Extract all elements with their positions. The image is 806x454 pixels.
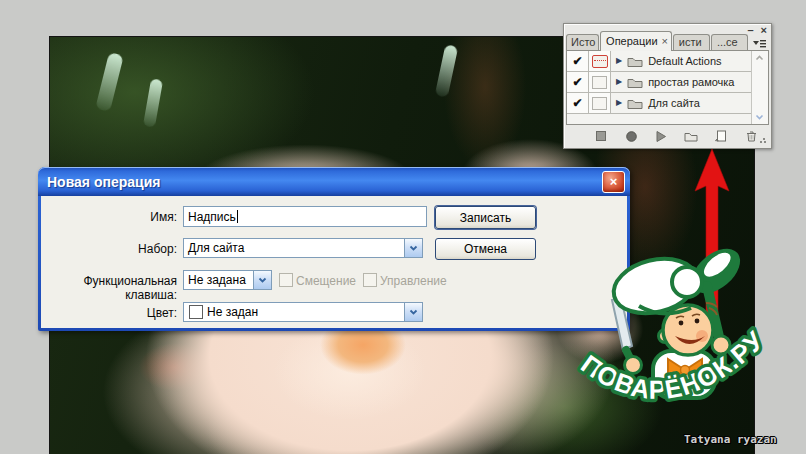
check-icon: ✔ (572, 97, 582, 109)
record-button[interactable] (624, 129, 638, 143)
new-set-button[interactable] (684, 129, 698, 143)
leaf-highlight (95, 52, 124, 112)
set-value: Для сайта (184, 241, 404, 255)
dialog-close-button[interactable]: × (602, 171, 625, 193)
color-value: Не задан (203, 305, 404, 319)
new-action-dialog: Новая операция × Имя: Надпись Записать Н… (38, 167, 630, 331)
actions-panel: – × Исто Операции× исти ...се ✔ ▶ (563, 23, 772, 149)
check-icon: ✔ (572, 55, 582, 67)
tab-close-icon[interactable]: × (662, 35, 668, 47)
color-swatch (189, 305, 203, 319)
expand-triangle-icon[interactable]: ▶ (616, 78, 622, 86)
enable-checkbox[interactable]: ✔ (567, 93, 589, 113)
panel-window-controls: – × (747, 24, 767, 35)
shift-checkbox[interactable] (279, 273, 293, 287)
enable-checkbox[interactable]: ✔ (567, 72, 589, 92)
chevron-down-icon[interactable] (404, 239, 422, 257)
delete-button[interactable] (744, 129, 758, 143)
desktop: – × Исто Операции× исти ...се ✔ ▶ (0, 0, 806, 454)
enable-checkbox[interactable]: ✔ (567, 51, 589, 71)
chevron-down-icon[interactable] (404, 303, 422, 321)
text-caret (237, 210, 238, 223)
tab-history[interactable]: Исто (566, 34, 599, 51)
action-set-label: простая рамочка (648, 76, 734, 88)
action-set-label: Для сайта (648, 97, 700, 109)
expand-triangle-icon[interactable]: ▶ (616, 99, 622, 107)
modal-dialog-toggle[interactable] (589, 72, 611, 92)
name-label: Имя: (41, 210, 177, 224)
modal-dialog-empty (592, 76, 607, 89)
set-label: Набор: (41, 242, 177, 256)
panel-toolbar (566, 126, 769, 146)
new-action-button[interactable] (714, 129, 728, 143)
action-set-row[interactable]: ✔ ▶ Default Actions (567, 51, 768, 72)
control-checkbox[interactable] (363, 273, 377, 287)
name-value: Надпись (188, 210, 236, 224)
scroll-down-icon[interactable] (755, 114, 764, 120)
panel-menu-button[interactable] (751, 37, 768, 50)
shift-checkbox-label: Смещение (296, 274, 356, 288)
tab-actions[interactable]: Операции× (600, 31, 672, 51)
action-set-row[interactable]: ✔ ▶ простая рамочка (567, 72, 768, 93)
tab-styles[interactable]: исти (673, 34, 710, 51)
leaf-highlight (435, 44, 459, 98)
povarenok-watermark: ПОВАРЁНОК.РУ (575, 248, 806, 434)
modal-dialog-icon (592, 55, 608, 68)
play-button[interactable] (654, 129, 668, 143)
folder-icon (627, 56, 643, 67)
leaf-highlight (143, 78, 163, 127)
panel-tabs: Исто Операции× исти ...се (566, 31, 749, 51)
tab-presets[interactable]: ...се (711, 34, 748, 51)
name-input[interactable]: Надпись (183, 206, 427, 227)
color-label: Цвет: (41, 306, 177, 320)
panel-close-button[interactable]: × (761, 25, 767, 35)
dialog-titlebar[interactable]: Новая операция × (38, 167, 630, 196)
watermark-credit: Tatyana ryazan (684, 433, 777, 446)
flyout-menu-icon (752, 38, 767, 49)
panel-scrollbar[interactable] (751, 51, 768, 124)
folder-icon (627, 98, 643, 109)
set-dropdown[interactable]: Для сайта (183, 238, 423, 258)
cancel-button[interactable]: Отмена (435, 238, 536, 260)
action-sets-list: ✔ ▶ Default Actions ✔ ▶ простая рамочка (566, 50, 769, 125)
function-key-dropdown[interactable]: Не задана (183, 270, 272, 290)
check-icon: ✔ (572, 76, 582, 88)
expand-triangle-icon[interactable]: ▶ (616, 57, 622, 65)
action-set-row[interactable]: ✔ ▶ Для сайта (567, 93, 768, 114)
function-key-value: Не задана (184, 273, 253, 287)
record-button[interactable]: Записать (435, 206, 536, 229)
modal-dialog-toggle[interactable] (589, 51, 611, 71)
dialog-body: Имя: Надпись Записать Набор: Для сайта О… (41, 196, 627, 328)
modal-dialog-toggle[interactable] (589, 93, 611, 113)
stop-button[interactable] (594, 129, 608, 143)
control-checkbox-label: Управление (380, 274, 447, 288)
folder-icon (627, 77, 643, 88)
dialog-title: Новая операция (47, 174, 602, 190)
color-dropdown[interactable]: Не задан (183, 302, 423, 322)
close-icon: × (610, 174, 618, 189)
modal-dialog-empty (592, 97, 607, 110)
scroll-up-icon[interactable] (755, 55, 764, 61)
action-set-label: Default Actions (648, 55, 721, 67)
function-key-label: Функциональная клавиша: (41, 274, 177, 302)
panel-resize-grip[interactable] (759, 136, 767, 144)
chevron-down-icon[interactable] (253, 271, 271, 289)
